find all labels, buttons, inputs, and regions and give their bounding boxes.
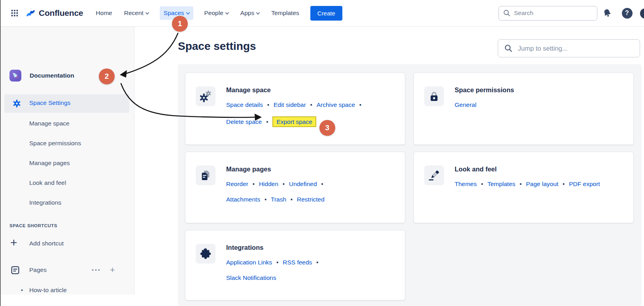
step-badge-2: 2 xyxy=(99,68,115,84)
settings-panel: Manage space Space details•Edit sidebar•… xyxy=(178,64,642,306)
link-pdf-export[interactable]: PDF export xyxy=(569,181,600,187)
confluence-logo-text: Confluence xyxy=(39,8,83,18)
sidebar-item-label: Integrations xyxy=(29,199,61,206)
link-trash[interactable]: Trash xyxy=(271,196,286,203)
nav-label: People xyxy=(204,10,223,17)
link-row: General xyxy=(455,99,514,111)
nav-item-templates[interactable]: Templates xyxy=(270,6,300,20)
jump-to-setting-input[interactable] xyxy=(498,39,640,57)
screen-edge-line xyxy=(0,0,1,306)
nav-label: Home xyxy=(96,10,112,17)
search-input[interactable] xyxy=(499,6,597,21)
avatar[interactable] xyxy=(640,8,644,19)
settings-cards-grid: Manage space Space details•Edit sidebar•… xyxy=(178,64,642,300)
space-avatar xyxy=(9,70,21,82)
link-delete-space[interactable]: Delete space xyxy=(226,118,262,125)
link-rss-feeds[interactable]: RSS feeds xyxy=(283,259,312,266)
separator-dot: • xyxy=(267,102,269,108)
help-icon: ? xyxy=(622,8,633,19)
card-manage-pages: Manage pages Reorder•Hidden•Undefined• A… xyxy=(185,152,405,223)
link-space-details[interactable]: Space details xyxy=(226,101,263,108)
sidebar-item-space-settings[interactable]: Space Settings xyxy=(4,94,129,113)
confluence-logo[interactable]: Confluence xyxy=(25,8,83,19)
separator-dot: • xyxy=(310,102,312,108)
chevron-down-icon xyxy=(186,11,190,15)
link-attachments[interactable]: Attachments xyxy=(226,196,260,203)
gear-icon xyxy=(12,99,22,108)
sidebar-item-manage-space[interactable]: Manage space xyxy=(0,114,134,133)
link-templates[interactable]: Templates xyxy=(487,181,516,187)
link-hidden[interactable]: Hidden xyxy=(259,181,278,187)
document-icon xyxy=(10,265,20,275)
card-title: Look and feel xyxy=(455,165,600,173)
link-row: Delete space•Export space3 xyxy=(226,114,366,130)
create-button[interactable]: Create xyxy=(310,6,342,21)
pages-label: Pages xyxy=(29,266,47,274)
sidebar-pages-row[interactable]: Pages ••• + xyxy=(0,260,134,279)
link-archive-space[interactable]: Archive space xyxy=(317,101,355,108)
card-manage-space: Manage space Space details•Edit sidebar•… xyxy=(185,72,405,145)
link-edit-sidebar[interactable]: Edit sidebar xyxy=(274,101,306,108)
nav-item-home[interactable]: Home xyxy=(95,6,113,20)
primary-nav: Home Recent Spaces People Apps Templates xyxy=(95,6,300,20)
puzzle-icon xyxy=(196,244,215,264)
plus-icon: + xyxy=(10,233,17,252)
bullet: • xyxy=(21,287,23,293)
lock-icon xyxy=(424,86,444,106)
sidebar-item-space-permissions[interactable]: Space permissions xyxy=(0,134,134,153)
rocket-icon xyxy=(11,72,19,80)
link-export-space[interactable]: Export space xyxy=(272,116,316,127)
link-application-links[interactable]: Application Links xyxy=(226,259,272,266)
global-search xyxy=(499,6,597,21)
app-switcher-icon[interactable] xyxy=(10,9,19,17)
page-tree-item-meeting-notes[interactable]: • Meeting notes xyxy=(0,300,134,306)
pencil-icon xyxy=(424,165,444,185)
link-themes[interactable]: Themes xyxy=(455,181,477,187)
separator-dot: • xyxy=(264,196,266,203)
more-actions-icon[interactable]: ••• xyxy=(92,267,101,273)
card-title: Integrations xyxy=(226,244,323,251)
sidebar-item-label: Space Settings xyxy=(29,99,70,106)
link-row: Attachments•Trash•Restricted xyxy=(226,194,328,205)
nav-item-apps[interactable]: Apps xyxy=(240,6,260,20)
sidebar-item-label: Look and feel xyxy=(29,179,66,186)
nav-label: Apps xyxy=(240,10,254,17)
nav-item-people[interactable]: People xyxy=(204,6,229,20)
separator-dot: • xyxy=(283,181,285,187)
space-name: Documentation xyxy=(30,72,74,79)
page-tree-item-how-to-article[interactable]: • How-to article xyxy=(0,281,134,300)
step-badge-3: 3 xyxy=(319,120,335,136)
link-reorder[interactable]: Reorder xyxy=(226,181,248,187)
sidebar-item-label: Space permissions xyxy=(29,140,81,147)
search-icon xyxy=(504,44,513,53)
link-general[interactable]: General xyxy=(455,101,476,108)
separator-dot: • xyxy=(563,181,565,187)
card-title: Space permissions xyxy=(455,86,514,94)
link-page-layout[interactable]: Page layout xyxy=(526,181,558,187)
separator-dot: • xyxy=(359,102,361,108)
top-navigation-bar: Confluence Home Recent Spaces People App… xyxy=(0,0,644,27)
page-title: Space settings xyxy=(178,40,256,53)
chevron-down-icon xyxy=(256,11,260,15)
separator-dot: • xyxy=(316,259,318,266)
sidebar-item-integrations[interactable]: Integrations xyxy=(0,193,134,212)
page-title: How-to article xyxy=(29,287,67,294)
separator-dot: • xyxy=(266,119,268,125)
card-title: Manage space xyxy=(226,86,366,94)
help-button[interactable]: ? xyxy=(617,5,637,21)
link-restricted[interactable]: Restricted xyxy=(297,196,325,203)
sidebar-item-look-and-feel[interactable]: Look and feel xyxy=(0,173,134,192)
add-page-icon[interactable]: + xyxy=(110,265,115,275)
link-row: Slack Notifications xyxy=(226,272,323,284)
notifications-bell-button[interactable] xyxy=(597,5,617,21)
nav-item-recent[interactable]: Recent xyxy=(123,6,149,20)
separator-dot: • xyxy=(253,181,255,187)
nav-label: Recent xyxy=(124,10,144,17)
sidebar-item-manage-pages[interactable]: Manage pages xyxy=(0,154,134,173)
link-row: Reorder•Hidden•Undefined• xyxy=(226,178,328,190)
link-undefined[interactable]: Undefined xyxy=(289,181,317,187)
link-row: Application Links•RSS feeds• xyxy=(226,257,323,268)
add-shortcut-button[interactable]: + Add shortcut xyxy=(0,234,134,253)
link-slack-notifications[interactable]: Slack Notifications xyxy=(226,274,276,281)
nav-right-cluster: ? xyxy=(499,5,637,21)
